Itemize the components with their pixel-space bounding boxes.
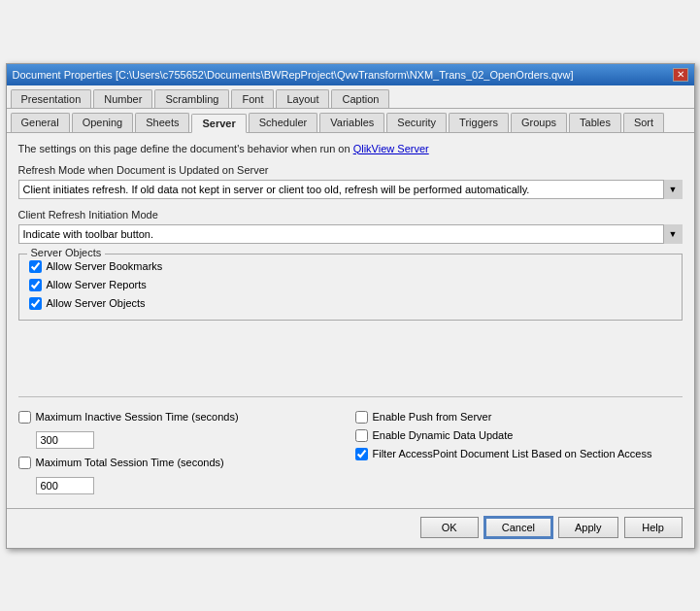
button-bar: OK Cancel Apply Help bbox=[7, 508, 694, 548]
tab-presentation[interactable]: Presentation bbox=[11, 89, 92, 108]
tab-server[interactable]: Server bbox=[191, 114, 246, 133]
tab-caption[interactable]: Caption bbox=[331, 89, 389, 108]
max-total-label: Maximum Total Session Time (seconds) bbox=[36, 457, 224, 468]
enable-dynamic-checkbox[interactable] bbox=[355, 429, 368, 442]
tab-sheets[interactable]: Sheets bbox=[135, 113, 189, 132]
info-text: The settings on this page define the doc… bbox=[18, 143, 683, 154]
allow-server-objects-checkbox[interactable] bbox=[29, 297, 42, 310]
client-refresh-dropdown[interactable]: Indicate with toolbar button. bbox=[18, 224, 683, 244]
enable-push-label: Enable Push from Server bbox=[373, 411, 492, 423]
refresh-mode-dropdown[interactable]: Client initiates refresh. If old data no… bbox=[18, 180, 683, 199]
tab-font[interactable]: Font bbox=[231, 89, 274, 108]
filter-access-checkbox[interactable] bbox=[355, 448, 368, 460]
cancel-button[interactable]: Cancel bbox=[484, 517, 552, 538]
tab-scheduler[interactable]: Scheduler bbox=[249, 113, 318, 132]
max-total-row: Maximum Total Session Time (seconds) bbox=[18, 457, 346, 469]
tab-scrambling[interactable]: Scrambling bbox=[154, 89, 229, 108]
max-inactive-label: Maximum Inactive Session Time (seconds) bbox=[36, 411, 239, 423]
window-title: Document Properties [C:\Users\c755652\Do… bbox=[13, 69, 574, 81]
divider bbox=[18, 396, 683, 397]
bottom-right: Enable Push from Server Enable Dynamic D… bbox=[355, 411, 683, 494]
close-button[interactable]: ✕ bbox=[673, 68, 688, 82]
allow-server-objects-row: Allow Server Objects bbox=[29, 297, 672, 310]
enable-dynamic-row: Enable Dynamic Data Update bbox=[355, 429, 683, 442]
tab-triggers[interactable]: Triggers bbox=[449, 113, 509, 132]
tab-general[interactable]: General bbox=[11, 113, 70, 132]
tab-sort[interactable]: Sort bbox=[623, 113, 664, 132]
filter-access-row: Filter AccessPoint Document List Based o… bbox=[355, 448, 683, 460]
document-properties-window: Document Properties [C:\Users\c755652\Do… bbox=[6, 63, 695, 549]
server-objects-group: Server Objects Allow Server Bookmarks Al… bbox=[18, 254, 683, 321]
max-inactive-checkbox[interactable] bbox=[18, 411, 31, 424]
tab-layout[interactable]: Layout bbox=[276, 89, 329, 108]
allow-server-bookmarks-label: Allow Server Bookmarks bbox=[47, 260, 163, 272]
enable-push-checkbox[interactable] bbox=[355, 411, 368, 424]
apply-button[interactable]: Apply bbox=[558, 517, 618, 538]
tab-security[interactable]: Security bbox=[386, 113, 447, 132]
max-inactive-input[interactable] bbox=[36, 431, 94, 449]
max-total-checkbox[interactable] bbox=[18, 457, 31, 469]
max-inactive-row: Maximum Inactive Session Time (seconds) bbox=[18, 411, 346, 424]
enable-push-row: Enable Push from Server bbox=[355, 411, 683, 424]
enable-dynamic-label: Enable Dynamic Data Update bbox=[373, 429, 514, 441]
spacer bbox=[18, 330, 683, 389]
allow-server-reports-checkbox[interactable] bbox=[29, 279, 42, 291]
ok-button[interactable]: OK bbox=[420, 517, 479, 538]
allow-server-reports-row: Allow Server Reports bbox=[29, 279, 672, 291]
client-refresh-label: Client Refresh Initiation Mode bbox=[18, 209, 683, 221]
tab-opening[interactable]: Opening bbox=[72, 113, 134, 132]
refresh-mode-dropdown-wrapper: Client initiates refresh. If old data no… bbox=[18, 180, 683, 199]
refresh-mode-label: Refresh Mode when Document is Updated on… bbox=[18, 164, 683, 176]
title-bar: Document Properties [C:\Users\c755652\Do… bbox=[7, 64, 694, 85]
allow-server-objects-label: Allow Server Objects bbox=[47, 297, 146, 309]
allow-server-bookmarks-checkbox[interactable] bbox=[29, 260, 42, 273]
bottom-section: Maximum Inactive Session Time (seconds) … bbox=[18, 407, 683, 494]
qlikview-server-link[interactable]: QlikView Server bbox=[353, 143, 429, 154]
tabs-row1: Presentation Number Scrambling Font Layo… bbox=[7, 85, 694, 109]
tab-tables[interactable]: Tables bbox=[569, 113, 621, 132]
allow-server-bookmarks-row: Allow Server Bookmarks bbox=[29, 260, 672, 273]
filter-access-label: Filter AccessPoint Document List Based o… bbox=[373, 448, 652, 459]
help-button[interactable]: Help bbox=[624, 517, 683, 538]
max-total-input[interactable] bbox=[36, 477, 94, 494]
client-refresh-dropdown-wrapper: Indicate with toolbar button. ▼ bbox=[18, 224, 683, 244]
tab-number[interactable]: Number bbox=[93, 89, 152, 108]
server-objects-title: Server Objects bbox=[27, 247, 106, 258]
bottom-left: Maximum Inactive Session Time (seconds) … bbox=[18, 411, 346, 494]
tab-variables[interactable]: Variables bbox=[319, 113, 384, 132]
main-content: The settings on this page define the doc… bbox=[7, 133, 694, 504]
allow-server-reports-label: Allow Server Reports bbox=[47, 279, 147, 290]
tabs-row2: General Opening Sheets Server Scheduler … bbox=[7, 109, 694, 133]
tab-groups[interactable]: Groups bbox=[511, 113, 567, 132]
